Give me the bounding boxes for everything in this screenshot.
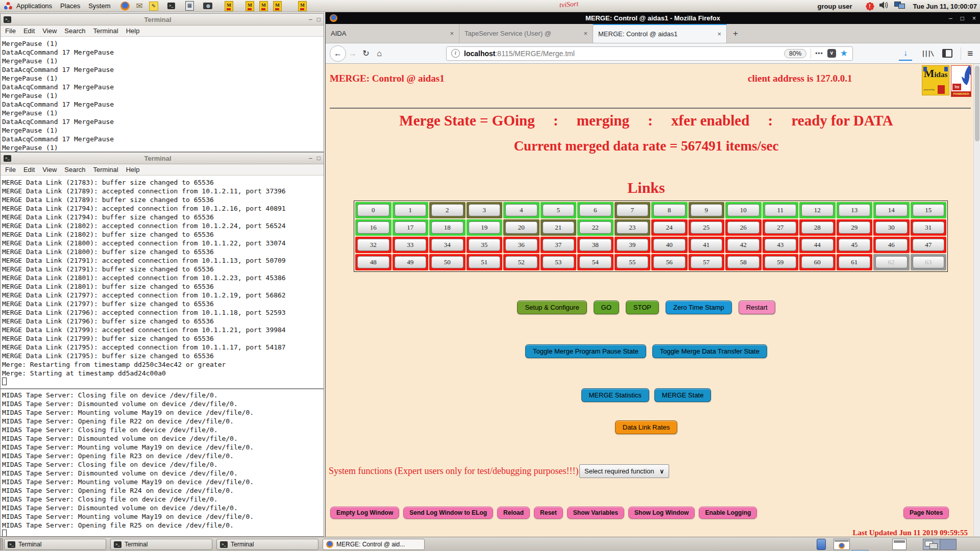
midas-doc-icon[interactable]: M: [225, 1, 233, 11]
pocket-icon[interactable]: v: [827, 49, 836, 58]
scrollbar[interactable]: [973, 64, 980, 537]
link-cell-10[interactable]: 10: [725, 202, 762, 218]
link-cell-28[interactable]: 28: [799, 219, 836, 236]
empty-log-window-button[interactable]: Empty Log Window: [330, 507, 399, 519]
link-cell-23[interactable]: 23: [615, 219, 651, 236]
link-cell-60[interactable]: 60: [799, 254, 836, 270]
tab-tapeserver[interactable]: TapeServer Service (User) @ ×: [459, 24, 593, 43]
go-button[interactable]: GO: [594, 300, 619, 314]
link-cell-3[interactable]: 3: [467, 202, 503, 218]
firefox-titlebar[interactable]: MERGE: Control @ aidas1 - Mozilla Firefo…: [326, 12, 980, 24]
terminal-menu-search[interactable]: Search: [64, 166, 85, 173]
link-cell-41[interactable]: 41: [689, 237, 725, 253]
terminal-menu-edit[interactable]: Edit: [23, 27, 35, 35]
link-cell-42[interactable]: 42: [725, 237, 762, 253]
firefox-launcher-icon[interactable]: [120, 2, 130, 11]
setup-configure-button[interactable]: Setup & Configure: [517, 300, 586, 314]
stop-button[interactable]: STOP: [626, 300, 659, 314]
link-cell-12[interactable]: 12: [799, 202, 836, 218]
task-terminal-2[interactable]: >_ Terminal: [110, 539, 212, 550]
trash-icon[interactable]: [817, 539, 826, 550]
link-cell-33[interactable]: 33: [393, 237, 429, 253]
show-log-window-button[interactable]: Show Log Window: [628, 507, 695, 519]
link-cell-0[interactable]: 0: [355, 202, 391, 218]
terminal-menu-view[interactable]: View: [42, 166, 57, 173]
link-cell-40[interactable]: 40: [651, 237, 688, 253]
link-cell-31[interactable]: 31: [911, 219, 947, 236]
link-cell-34[interactable]: 34: [429, 237, 465, 253]
midas-doc-icon[interactable]: M: [259, 1, 268, 11]
link-cell-43[interactable]: 43: [763, 237, 799, 253]
link-cell-24[interactable]: 24: [651, 219, 688, 236]
link-cell-46[interactable]: 46: [873, 237, 910, 253]
terminal-menu-help[interactable]: Help: [126, 166, 140, 173]
main-menu-icon[interactable]: [4, 2, 13, 11]
link-cell-5[interactable]: 5: [541, 202, 577, 218]
link-cell-6[interactable]: 6: [577, 202, 614, 218]
tab-merge-control[interactable]: MERGE: Control @ aidas1 ×: [593, 24, 727, 43]
link-cell-21[interactable]: 21: [541, 219, 577, 236]
enable-logging-button[interactable]: Enable Logging: [699, 507, 757, 519]
maximize-icon[interactable]: □: [961, 15, 964, 22]
back-button[interactable]: ←: [330, 45, 346, 62]
url-text[interactable]: localhost:8115/MERGE/Merge.tml: [464, 49, 575, 58]
task-terminal-1[interactable]: >_ Terminal: [4, 539, 106, 550]
page-notes-button[interactable]: Page Notes: [903, 507, 949, 519]
merge-state-button[interactable]: MERGE State: [654, 388, 712, 402]
link-cell-62[interactable]: 62: [873, 254, 910, 270]
link-cell-45[interactable]: 45: [837, 237, 873, 253]
clock[interactable]: Tue Jun 11, 10:00:07: [913, 3, 977, 10]
maximize-icon[interactable]: □: [317, 155, 321, 161]
reload-button[interactable]: Reload: [497, 507, 530, 519]
bookmark-star-icon[interactable]: ★: [840, 48, 848, 59]
show-desktop-button[interactable]: [0, 538, 3, 550]
link-cell-37[interactable]: 37: [541, 237, 577, 253]
link-cell-56[interactable]: 56: [651, 254, 688, 270]
terminal-menu-file[interactable]: File: [5, 27, 16, 35]
menu-system[interactable]: System: [88, 2, 110, 10]
link-cell-14[interactable]: 14: [873, 202, 910, 218]
link-cell-26[interactable]: 26: [725, 219, 762, 236]
alert-icon[interactable]: [867, 3, 873, 10]
data-link-rates-button[interactable]: Data Link Rates: [615, 420, 678, 434]
link-cell-20[interactable]: 20: [503, 219, 540, 236]
merge-statistics-button[interactable]: MERGE Statistics: [581, 388, 649, 402]
link-cell-30[interactable]: 30: [873, 219, 910, 236]
task-firefox-merge[interactable]: MERGE: Control @ aid...: [323, 539, 425, 550]
link-cell-63[interactable]: 63: [911, 254, 947, 270]
screenshot-launcher-icon[interactable]: [203, 3, 212, 9]
close-icon[interactable]: ×: [972, 15, 976, 22]
link-cell-2[interactable]: 2: [429, 202, 465, 218]
terminal-titlebar[interactable]: >_ Terminal – □: [1, 14, 324, 26]
toggle-merge-data-transfer-state-button[interactable]: Toggle Merge Data Transfer State: [652, 344, 767, 358]
system-function-dropdown[interactable]: Select required function ∨: [579, 464, 669, 478]
link-cell-36[interactable]: 36: [503, 237, 540, 253]
link-cell-38[interactable]: 38: [577, 237, 614, 253]
sidebar-icon[interactable]: [942, 49, 952, 58]
terminal-menu-help[interactable]: Help: [126, 27, 140, 35]
window-stack-icon[interactable]: [892, 539, 906, 550]
link-cell-1[interactable]: 1: [393, 202, 429, 218]
tab-close-icon[interactable]: ×: [447, 30, 454, 37]
link-cell-9[interactable]: 9: [689, 202, 725, 218]
maximize-icon[interactable]: □: [317, 16, 321, 22]
current-user-label[interactable]: group user: [818, 3, 852, 10]
zoom-level-indicator[interactable]: 80%: [784, 49, 806, 58]
link-cell-32[interactable]: 32: [355, 237, 391, 253]
workspace-1[interactable]: [923, 539, 940, 549]
calculator-launcher-icon[interactable]: ▦: [185, 1, 194, 11]
terminal-menu-view[interactable]: View: [42, 27, 57, 35]
link-cell-25[interactable]: 25: [689, 219, 725, 236]
link-cell-58[interactable]: 58: [725, 254, 762, 270]
site-info-icon[interactable]: i: [451, 49, 460, 58]
minimize-icon[interactable]: –: [949, 15, 952, 22]
workspace-2[interactable]: [940, 539, 957, 549]
terminal-menu-terminal[interactable]: Terminal: [93, 27, 118, 35]
link-cell-44[interactable]: 44: [799, 237, 836, 253]
scrollbar-thumb[interactable]: [975, 66, 979, 141]
link-cell-13[interactable]: 13: [837, 202, 873, 218]
terminal-menu-terminal[interactable]: Terminal: [93, 166, 118, 173]
window-thumb-icon[interactable]: [834, 539, 850, 550]
terminal-menu-search[interactable]: Search: [64, 27, 85, 35]
link-cell-49[interactable]: 49: [393, 254, 429, 270]
